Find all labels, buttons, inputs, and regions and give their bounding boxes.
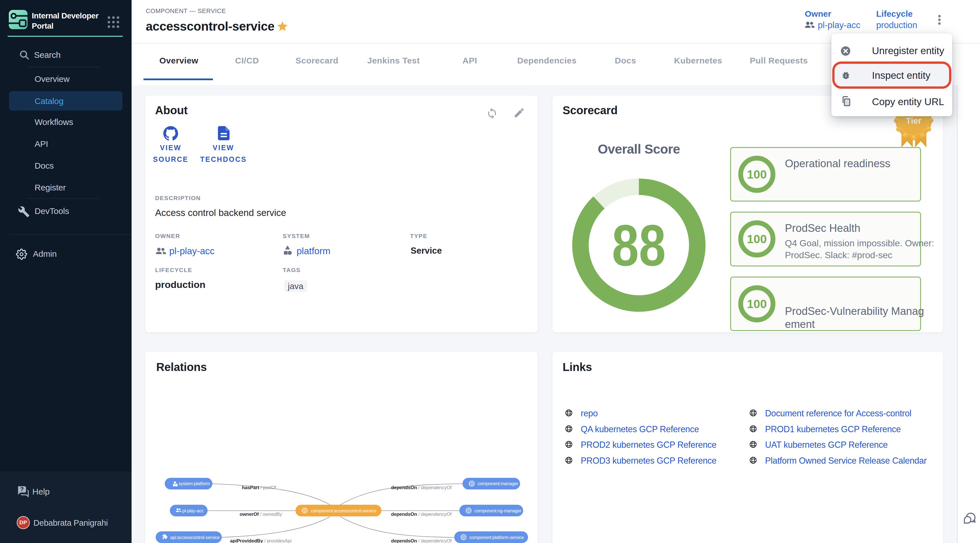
svg-text:?: ? bbox=[20, 486, 24, 492]
svg-text:ownerOf / ownedBy: ownerOf / ownedBy bbox=[240, 511, 282, 517]
svg-text:Platform Owned Service Release: Platform Owned Service Release Calendar bbox=[765, 456, 927, 465]
svg-text:100: 100 bbox=[747, 168, 767, 181]
svg-text:dependsOn / dependencyOf: dependsOn / dependencyOf bbox=[391, 511, 452, 517]
svg-text:system:platform: system:platform bbox=[179, 481, 210, 486]
svg-text:100: 100 bbox=[747, 232, 767, 246]
svg-text:component:platform-service: component:platform-service bbox=[469, 535, 524, 540]
svg-text:component:ng-manager: component:ng-manager bbox=[474, 508, 522, 513]
svg-text:88: 88 bbox=[612, 213, 666, 278]
svg-text:UAT kubernetes GCP Reference: UAT kubernetes GCP Reference bbox=[765, 440, 888, 449]
svg-text:Document reference for Access-: Document reference for Access-control bbox=[765, 408, 912, 418]
svg-text:PROD1 kubernetes GCP Reference: PROD1 kubernetes GCP Reference bbox=[765, 424, 901, 434]
svg-text:component:accesscontrol-servic: component:accesscontrol-service bbox=[311, 508, 377, 513]
svg-text:100: 100 bbox=[747, 297, 767, 311]
svg-text:component:manager: component:manager bbox=[477, 481, 519, 486]
svg-text:pl-play-acc: pl-play-acc bbox=[182, 508, 204, 513]
svg-text:repo: repo bbox=[581, 408, 598, 418]
svg-text:apiProvidedBy / providesApi: apiProvidedBy / providesApi bbox=[230, 538, 291, 543]
svg-text:dependsOn / dependencyOf: dependsOn / dependencyOf bbox=[391, 485, 452, 490]
svg-text:hasPart / partOf: hasPart / partOf bbox=[242, 485, 276, 490]
svg-text:Tier: Tier bbox=[906, 116, 921, 125]
svg-text:PROD2 kubernetes GCP Reference: PROD2 kubernetes GCP Reference bbox=[581, 440, 717, 449]
svg-text:PROD3 kubernetes GCP Reference: PROD3 kubernetes GCP Reference bbox=[581, 456, 717, 465]
svg-text:api:accesscontrol-service: api:accesscontrol-service bbox=[170, 535, 220, 540]
svg-text:dependsOn / dependencyOf: dependsOn / dependencyOf bbox=[391, 538, 452, 543]
svg-text:QA kubernetes GCP Reference: QA kubernetes GCP Reference bbox=[581, 424, 699, 434]
